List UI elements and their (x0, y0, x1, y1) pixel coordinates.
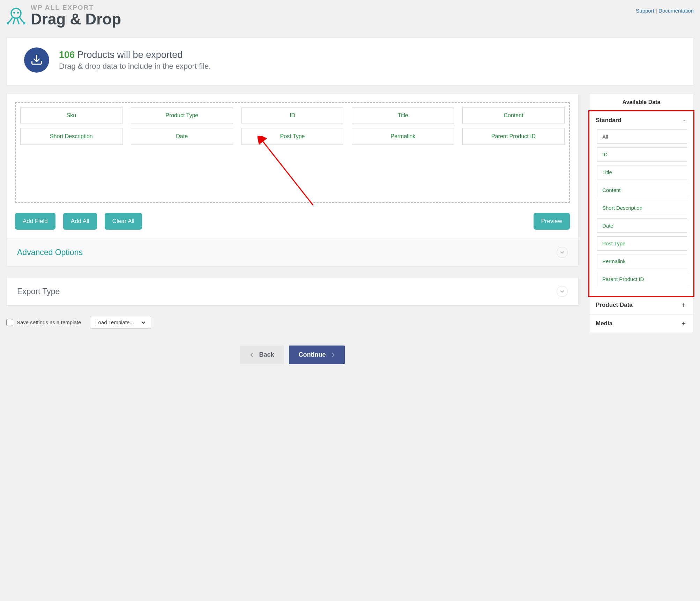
summary-title: 106 Products will be exported (59, 50, 211, 60)
support-link[interactable]: Support (636, 8, 654, 14)
load-template-select[interactable]: Load Template... (90, 316, 151, 329)
available-data-panel: Available Data Standard - All ID Title C… (589, 93, 694, 333)
export-type-title: Export Type (17, 287, 60, 296)
section-toggle-product-data[interactable]: Product Data + (589, 296, 693, 314)
field-chip[interactable]: Product Type (131, 107, 233, 124)
save-template-checkbox[interactable] (6, 319, 13, 326)
svg-point-1 (13, 12, 15, 13)
collapse-icon: - (683, 117, 686, 124)
field-chip[interactable]: Title (352, 107, 454, 124)
save-template-label: Save settings as a template (17, 319, 81, 325)
page-title: Drag & Drop (31, 12, 121, 27)
field-chip[interactable]: Post Type (241, 128, 344, 145)
field-chip[interactable]: Permalink (352, 128, 454, 145)
section-toggle-standard[interactable]: Standard - (589, 111, 693, 129)
export-type-accordion[interactable]: Export Type (6, 277, 579, 306)
add-field-button[interactable]: Add Field (15, 213, 55, 230)
back-button[interactable]: Back (240, 346, 284, 364)
field-chip[interactable]: ID (241, 107, 344, 124)
available-item[interactable]: Title (597, 165, 687, 179)
available-item[interactable]: All (597, 129, 687, 144)
chevron-down-icon (557, 247, 568, 258)
builder-panel: Sku Product Type ID Title Content Short … (6, 93, 579, 238)
documentation-link[interactable]: Documentation (658, 8, 694, 14)
export-count: 106 (59, 50, 75, 60)
summary-sub: Drag & drop data to include in the expor… (59, 62, 211, 71)
expand-icon: + (682, 320, 686, 327)
available-item[interactable]: Permalink (597, 254, 687, 268)
side-section-standard: Standard - All ID Title Content Short De… (589, 111, 693, 296)
chevron-down-icon (141, 320, 146, 325)
octopus-icon (6, 6, 26, 25)
available-item[interactable]: Parent Product ID (597, 272, 687, 286)
field-chip[interactable]: Date (131, 128, 233, 145)
field-chip[interactable]: Parent Product ID (462, 128, 565, 145)
summary-panel: 106 Products will be exported Drag & dro… (6, 37, 694, 86)
add-all-button[interactable]: Add All (63, 213, 97, 230)
field-chip[interactable]: Short Description (20, 128, 122, 145)
field-chip[interactable]: Content (462, 107, 565, 124)
app-name-small: WP ALL EXPORT (31, 4, 121, 11)
svg-point-0 (11, 8, 21, 18)
available-item[interactable]: Post Type (597, 236, 687, 251)
advanced-options-title: Advanced Options (17, 248, 83, 257)
save-template-wrap[interactable]: Save settings as a template (6, 319, 81, 326)
chevron-right-icon (331, 352, 335, 358)
side-section-media: Media + (589, 314, 693, 333)
available-item[interactable]: Short Description (597, 201, 687, 215)
side-section-product-data: Product Data + (589, 296, 693, 314)
available-data-title: Available Data (589, 94, 693, 111)
export-icon (24, 47, 49, 73)
highlight-annotation: Standard - All ID Title Content Short De… (588, 110, 694, 297)
chevron-left-icon (250, 352, 254, 358)
header-links: Support | Documentation (636, 4, 694, 14)
expand-icon: + (682, 302, 686, 309)
svg-point-2 (17, 12, 19, 13)
logo-block: WP ALL EXPORT Drag & Drop (6, 4, 121, 27)
available-item[interactable]: ID (597, 147, 687, 162)
field-chip[interactable]: Sku (20, 107, 122, 124)
section-toggle-media[interactable]: Media + (589, 314, 693, 333)
available-item[interactable]: Content (597, 183, 687, 197)
dropzone[interactable]: Sku Product Type ID Title Content Short … (15, 102, 570, 203)
chevron-down-icon (557, 286, 568, 297)
continue-button[interactable]: Continue (289, 346, 345, 364)
advanced-options-accordion[interactable]: Advanced Options (6, 238, 579, 267)
available-item[interactable]: Date (597, 218, 687, 233)
clear-all-button[interactable]: Clear All (105, 213, 142, 230)
preview-button[interactable]: Preview (534, 213, 570, 230)
